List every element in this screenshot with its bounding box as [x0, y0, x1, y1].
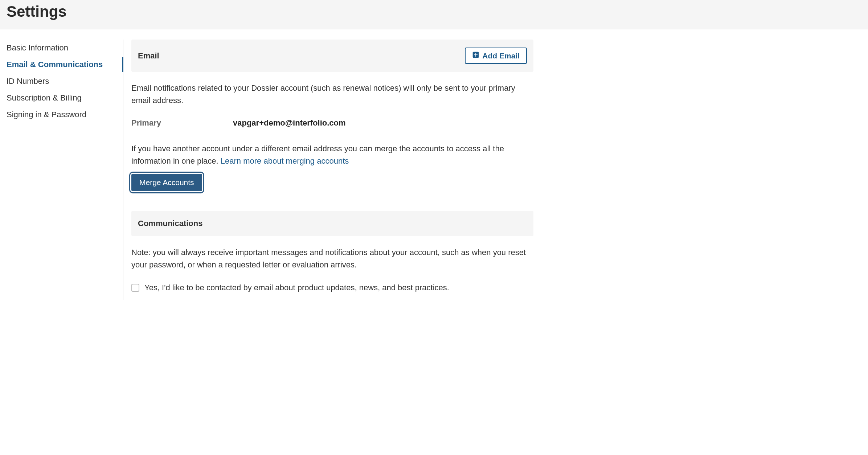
plus-icon: [472, 51, 479, 60]
learn-more-merge-link[interactable]: Learn more about merging accounts: [221, 156, 349, 165]
primary-email-row: Primary vapgar+demo@interfolio.com: [131, 115, 533, 136]
merge-accounts-button[interactable]: Merge Accounts: [131, 174, 202, 191]
sidebar-item-basic-information[interactable]: Basic Information: [7, 40, 119, 56]
svg-rect-2: [474, 54, 478, 55]
opt-in-label: Yes, I'd like to be contacted by email a…: [144, 283, 449, 292]
sidebar-item-label: ID Numbers: [7, 77, 49, 86]
settings-sidebar: Basic Information Email & Communications…: [0, 40, 123, 300]
email-panel-header: Email Add Email: [131, 40, 533, 72]
communications-note: Note: you will always receive important …: [131, 246, 533, 271]
communications-section-body: Note: you will always receive important …: [131, 236, 533, 299]
communications-panel-header: Communications: [131, 211, 533, 236]
sidebar-item-subscription-billing[interactable]: Subscription & Billing: [7, 90, 119, 106]
opt-in-row: Yes, I'd like to be contacted by email a…: [131, 279, 533, 296]
add-email-button[interactable]: Add Email: [465, 48, 527, 64]
primary-email-value: vapgar+demo@interfolio.com: [233, 118, 346, 128]
sidebar-item-label: Signing in & Password: [7, 110, 86, 119]
sidebar-item-label: Basic Information: [7, 43, 68, 52]
add-email-label: Add Email: [482, 52, 520, 60]
opt-in-checkbox[interactable]: [131, 284, 139, 292]
sidebar-item-email-communications[interactable]: Email & Communications: [7, 56, 119, 73]
main-layout: Basic Information Email & Communications…: [0, 29, 868, 300]
communications-heading: Communications: [138, 219, 202, 228]
primary-email-label: Primary: [131, 118, 233, 128]
page-title: Settings: [7, 3, 861, 20]
email-heading: Email: [138, 51, 159, 61]
sidebar-item-signing-password[interactable]: Signing in & Password: [7, 106, 119, 123]
email-description: Email notifications related to your Doss…: [131, 82, 533, 107]
content-area: Email Add Email Email notifications rela…: [123, 40, 537, 300]
email-section-body: Email notifications related to your Doss…: [131, 72, 533, 195]
sidebar-item-label: Email & Communications: [7, 60, 103, 69]
sidebar-item-id-numbers[interactable]: ID Numbers: [7, 73, 119, 90]
sidebar-item-label: Subscription & Billing: [7, 93, 82, 102]
merge-description: If you have another account under a diff…: [131, 143, 533, 167]
header-bar: Settings: [0, 0, 868, 29]
